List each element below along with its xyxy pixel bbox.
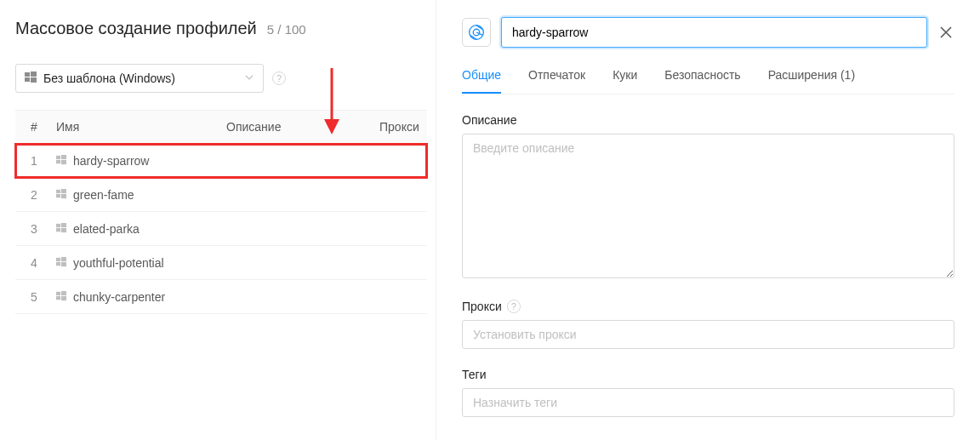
row-name: chunky-carpenter [56,290,226,304]
table-row[interactable]: 3elated-parka [15,212,427,246]
row-index: 1 [15,154,56,168]
profiles-count: 5 / 100 [267,22,306,37]
windows-icon [56,290,66,304]
tabs: ОбщиеОтпечатокКукиБезопасностьРасширения… [462,68,954,94]
profile-editor-pane: ОбщиеОтпечатокКукиБезопасностьРасширения… [436,0,980,440]
title-row: Массовое создание профилей 5 / 100 [15,19,427,38]
svg-rect-16 [56,228,60,231]
row-name: hardy-sparrow [56,154,226,168]
proxy-group: Прокси ? [462,300,954,349]
svg-rect-15 [61,223,66,227]
name-row [462,17,954,48]
table-header: # Имя Описание Прокси [15,110,427,144]
tab-общие[interactable]: Общие [462,68,501,94]
profiles-list-pane: Массовое создание профилей 5 / 100 Без ш… [0,0,436,440]
table-body: 1hardy-sparrow2green-fame3elated-parka4y… [15,144,427,314]
row-index: 4 [15,256,56,270]
svg-rect-18 [56,257,60,260]
tags-input[interactable] [462,388,954,417]
description-group: Описание [462,113,954,281]
svg-rect-10 [56,189,60,192]
svg-rect-23 [61,291,66,295]
page-title: Массовое создание профилей [15,19,257,38]
svg-rect-24 [56,296,60,300]
svg-rect-0 [25,72,30,77]
row-name: youthful-potential [56,256,226,270]
profiles-table: # Имя Описание Прокси 1hardy-sparrow2gre… [15,110,427,314]
svg-rect-11 [61,189,66,193]
profile-name-text: hardy-sparrow [73,154,149,168]
close-button[interactable] [937,24,954,41]
profile-name-text: chunky-carpenter [73,290,165,304]
tags-label: Теги [462,368,954,381]
svg-marker-5 [324,119,339,134]
table-row[interactable]: 2green-fame [15,178,427,212]
col-header-name: Имя [56,120,226,134]
help-icon[interactable]: ? [272,71,286,85]
svg-rect-13 [61,194,66,198]
col-header-proxy: Прокси [379,120,427,134]
table-row[interactable]: 1hardy-sparrow [15,144,427,178]
windows-icon [56,222,66,236]
svg-rect-25 [61,296,66,300]
windows-icon [25,71,37,86]
col-header-index: # [15,120,56,134]
svg-rect-21 [61,262,66,266]
profile-name-input[interactable] [501,17,927,48]
svg-rect-6 [56,155,60,158]
tab-расширения-1-[interactable]: Расширения (1) [768,68,855,94]
arrow-annotation [319,68,345,137]
row-index: 2 [15,188,56,202]
profile-name-text: elated-parka [73,222,140,236]
tab-отпечаток[interactable]: Отпечаток [528,68,585,94]
svg-rect-19 [61,257,66,261]
row-name: elated-parka [56,222,226,236]
browser-icon[interactable] [462,18,491,47]
help-icon[interactable]: ? [507,300,521,313]
profile-name-text: youthful-potential [73,256,164,270]
template-label: Без шаблона (Windows) [43,71,237,85]
windows-icon [56,154,66,168]
svg-rect-22 [56,291,60,294]
row-index: 5 [15,290,56,304]
template-row: Без шаблона (Windows) ? [15,64,427,93]
svg-rect-17 [61,228,66,232]
svg-rect-1 [31,71,37,77]
template-select[interactable]: Без шаблона (Windows) [15,64,264,93]
col-header-desc: Описание [226,120,379,134]
svg-rect-14 [56,223,60,226]
svg-rect-3 [31,77,37,83]
row-index: 3 [15,222,56,236]
table-row[interactable]: 5chunky-carpenter [15,280,427,314]
svg-rect-9 [61,160,66,164]
proxy-label: Прокси ? [462,300,954,313]
svg-rect-2 [25,77,30,82]
description-label: Описание [462,113,954,127]
windows-icon [56,188,66,202]
tags-group: Теги [462,368,954,417]
svg-rect-7 [61,155,66,159]
table-row[interactable]: 4youthful-potential [15,246,427,280]
svg-rect-8 [56,160,60,163]
svg-rect-20 [56,262,60,266]
app-root: Массовое создание профилей 5 / 100 Без ш… [0,0,980,440]
proxy-input[interactable] [462,320,954,349]
profile-name-text: green-fame [73,188,134,202]
description-textarea[interactable] [462,134,954,278]
tab-безопасность[interactable]: Безопасность [664,68,740,94]
chevron-down-icon [244,71,254,85]
windows-icon [56,256,66,270]
row-name: green-fame [56,188,226,202]
svg-rect-12 [56,194,60,197]
tab-куки[interactable]: Куки [612,68,637,94]
